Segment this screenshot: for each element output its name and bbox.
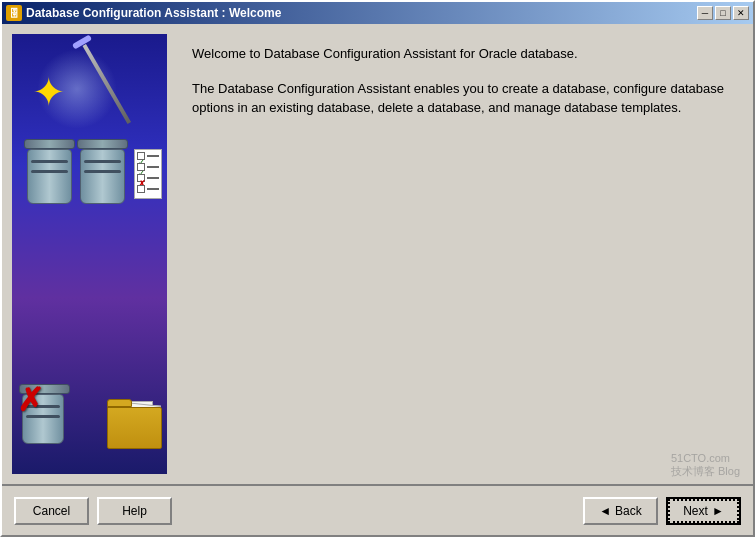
back-button[interactable]: ◄ Back — [583, 497, 658, 525]
wand-tip-icon — [72, 34, 92, 49]
barrel-lid-left — [24, 139, 75, 149]
welcome-text: Welcome to Database Configuration Assist… — [192, 44, 728, 133]
checkbox-3: ✗ — [137, 174, 145, 182]
back-arrow-icon: ◄ — [599, 504, 611, 518]
check-line-3 — [147, 177, 159, 179]
checklist-row-4 — [137, 185, 159, 193]
checkbox-4 — [137, 185, 145, 193]
app-icon: 🗄 — [6, 5, 22, 21]
cancel-button[interactable]: Cancel — [14, 497, 89, 525]
folder-icon — [107, 399, 162, 449]
watermark: 51CTO.com 技术博客 Blog — [671, 452, 740, 479]
bottom-left-buttons: Cancel Help — [14, 497, 172, 525]
red-x-icon: ✗ — [17, 381, 44, 419]
check-line-1 — [147, 155, 159, 157]
titlebar-buttons: ─ □ ✕ — [697, 6, 749, 20]
paragraph-2: The Database Configuration Assistant ena… — [192, 79, 728, 118]
checklist-row-1: ✓ — [137, 152, 159, 160]
barrel-right-body — [80, 149, 125, 204]
next-label: Next — [683, 504, 708, 518]
main-window: 🗄 Database Configuration Assistant : Wel… — [0, 0, 755, 537]
watermark-line1: 51CTO.com — [671, 452, 740, 464]
checklist-row-2: ✓ — [137, 163, 159, 171]
minimize-button[interactable]: ─ — [697, 6, 713, 20]
right-content: Welcome to Database Configuration Assist… — [167, 24, 753, 484]
folder-body — [107, 407, 162, 449]
maximize-button[interactable]: □ — [715, 6, 731, 20]
close-button[interactable]: ✕ — [733, 6, 749, 20]
barrel-group-top — [27, 144, 128, 204]
content-area: ✦ ✓ ✓ — [2, 24, 753, 484]
titlebar: 🗄 Database Configuration Assistant : Wel… — [2, 2, 753, 24]
check-line-4 — [147, 188, 159, 190]
checklist-icon: ✓ ✓ ✗ — [134, 149, 162, 199]
barrel-right — [80, 144, 128, 204]
bottom-right-buttons: ◄ Back Next ► — [583, 497, 741, 525]
checklist-row-3: ✗ — [137, 174, 159, 182]
window-title: Database Configuration Assistant : Welco… — [26, 6, 281, 20]
checkbox-2: ✓ — [137, 163, 145, 171]
bottom-bar: Cancel Help ◄ Back Next ► — [2, 485, 753, 535]
paragraph-1: Welcome to Database Configuration Assist… — [192, 44, 728, 64]
watermark-line2: 技术博客 Blog — [671, 464, 740, 479]
help-button[interactable]: Help — [97, 497, 172, 525]
illustration-panel: ✦ ✓ ✓ — [12, 34, 167, 474]
barrel-lid-right — [77, 139, 128, 149]
folder-tab — [107, 399, 132, 407]
barrel-left-body — [27, 149, 72, 204]
titlebar-left: 🗄 Database Configuration Assistant : Wel… — [6, 5, 281, 21]
checkbox-1: ✓ — [137, 152, 145, 160]
check-line-2 — [147, 166, 159, 168]
back-label: Back — [615, 504, 642, 518]
next-button[interactable]: Next ► — [666, 497, 741, 525]
next-arrow-icon: ► — [712, 504, 724, 518]
barrel-left — [27, 144, 75, 204]
